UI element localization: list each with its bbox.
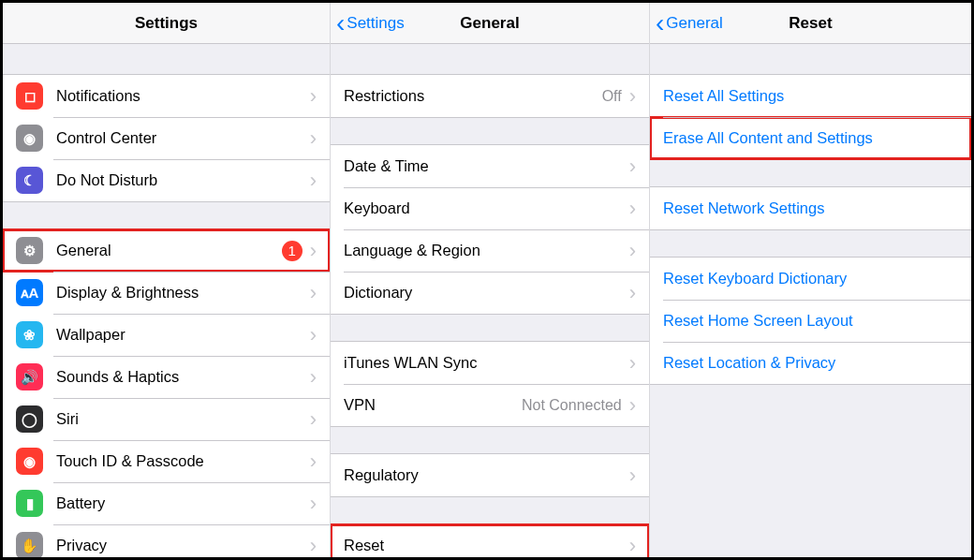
cell-label: Language & Region xyxy=(344,242,629,259)
display-icon: ᴀA xyxy=(16,279,43,306)
row-restrictions[interactable]: RestrictionsOff› xyxy=(331,75,649,117)
row-general[interactable]: ⚙General1› xyxy=(3,229,330,272)
reset-panel: ‹ General Reset Reset All SettingsErase … xyxy=(650,3,971,557)
row-reset[interactable]: Reset› xyxy=(331,524,649,557)
cell-label: Battery xyxy=(56,494,310,512)
chevron-right-icon: › xyxy=(310,86,317,107)
cell-label: Control Center xyxy=(56,129,310,147)
cell-detail: Not Connected xyxy=(522,397,622,414)
do-not-disturb-icon: ☾ xyxy=(16,167,43,194)
cell-label: Display & Brightness xyxy=(56,284,310,302)
cell-label: Sounds & Haptics xyxy=(56,368,310,386)
chevron-right-icon: › xyxy=(629,86,636,107)
row-vpn[interactable]: VPNNot Connected› xyxy=(331,384,649,426)
cell-label: Siri xyxy=(56,410,310,428)
general-icon: ⚙ xyxy=(16,237,43,264)
row-siri[interactable]: ◯Siri› xyxy=(3,398,330,440)
row-reset-all-settings[interactable]: Reset All Settings xyxy=(650,75,971,117)
row-reset-keyboard-dictionary[interactable]: Reset Keyboard Dictionary xyxy=(650,258,971,300)
chevron-right-icon: › xyxy=(310,409,317,430)
row-do-not-disturb[interactable]: ☾Do Not Disturb› xyxy=(3,159,330,201)
cell-label: Reset Home Screen Layout xyxy=(663,312,958,330)
general-navbar: ‹ Settings General xyxy=(331,3,649,44)
row-reset-network-settings[interactable]: Reset Network Settings xyxy=(650,187,971,229)
cell-label: Dictionary xyxy=(344,284,629,302)
badge: 1 xyxy=(282,241,303,261)
row-privacy[interactable]: ✋Privacy› xyxy=(3,524,330,557)
cell-label: Wallpaper xyxy=(56,326,310,344)
chevron-right-icon: › xyxy=(629,199,636,219)
row-reset-home-screen-layout[interactable]: Reset Home Screen Layout xyxy=(650,300,971,342)
chevron-right-icon: › xyxy=(629,536,636,556)
cell-label: Regulatory xyxy=(344,466,629,484)
battery-icon: ▮ xyxy=(16,490,43,517)
chevron-right-icon: › xyxy=(310,367,317,388)
cell-label: Reset Location & Privacy xyxy=(663,354,958,372)
three-panel-layout: Settings ◻︎Notifications›◉Control Center… xyxy=(0,0,974,560)
chevron-right-icon: › xyxy=(310,451,317,472)
chevron-left-icon: ‹ xyxy=(336,10,345,37)
general-panel: ‹ Settings General RestrictionsOff› Date… xyxy=(331,3,650,557)
chevron-right-icon: › xyxy=(629,283,636,303)
chevron-right-icon: › xyxy=(629,241,636,261)
cell-label: Reset Keyboard Dictionary xyxy=(663,270,958,287)
row-notifications[interactable]: ◻︎Notifications› xyxy=(3,75,330,117)
row-battery[interactable]: ▮Battery› xyxy=(3,482,330,524)
chevron-right-icon: › xyxy=(310,536,317,556)
row-sounds-haptics[interactable]: 🔊Sounds & Haptics› xyxy=(3,356,330,398)
row-display-brightness[interactable]: ᴀADisplay & Brightness› xyxy=(3,272,330,314)
chevron-right-icon: › xyxy=(310,241,317,261)
cell-label: Restrictions xyxy=(344,87,602,105)
settings-navbar: Settings xyxy=(3,3,330,44)
cell-label: iTunes WLAN Sync xyxy=(344,354,629,372)
siri-icon: ◯ xyxy=(16,405,43,433)
reset-navbar: ‹ General Reset xyxy=(650,3,971,44)
notifications-icon: ◻︎ xyxy=(16,82,43,110)
settings-panel: Settings ◻︎Notifications›◉Control Center… xyxy=(3,3,331,557)
cell-label: General xyxy=(56,242,282,259)
back-to-settings[interactable]: ‹ Settings xyxy=(331,10,405,37)
cell-label: Reset Network Settings xyxy=(663,199,958,217)
row-dictionary[interactable]: Dictionary› xyxy=(331,272,649,314)
chevron-right-icon: › xyxy=(629,395,636,416)
row-date-time[interactable]: Date & Time› xyxy=(331,145,649,187)
touchid-icon: ◉ xyxy=(16,448,43,475)
row-keyboard[interactable]: Keyboard› xyxy=(331,187,649,229)
cell-label: Notifications xyxy=(56,87,310,105)
chevron-right-icon: › xyxy=(310,494,317,514)
cell-label: Reset xyxy=(344,537,629,554)
cell-label: Date & Time xyxy=(344,157,629,175)
cell-label: Reset All Settings xyxy=(663,87,958,105)
sounds-icon: 🔊 xyxy=(16,363,43,391)
chevron-right-icon: › xyxy=(310,170,317,191)
cell-label: Do Not Disturb xyxy=(56,171,310,189)
row-language-region[interactable]: Language & Region› xyxy=(331,229,649,272)
cell-label: VPN xyxy=(344,396,522,414)
chevron-right-icon: › xyxy=(310,325,317,346)
cell-detail: Off xyxy=(602,88,622,105)
row-erase-all-content-and-settings[interactable]: Erase All Content and Settings xyxy=(650,117,971,159)
chevron-right-icon: › xyxy=(310,283,317,303)
privacy-icon: ✋ xyxy=(16,532,43,557)
chevron-right-icon: › xyxy=(629,353,636,374)
chevron-right-icon: › xyxy=(629,465,636,486)
chevron-right-icon: › xyxy=(310,128,317,149)
cell-label: Keyboard xyxy=(344,199,629,217)
settings-title: Settings xyxy=(3,14,330,33)
row-wallpaper[interactable]: ❀Wallpaper› xyxy=(3,314,330,356)
back-to-general[interactable]: ‹ General xyxy=(650,10,723,37)
control-center-icon: ◉ xyxy=(16,125,43,152)
chevron-right-icon: › xyxy=(629,156,636,177)
cell-label: Erase All Content and Settings xyxy=(663,129,958,147)
cell-label: Privacy xyxy=(56,537,310,554)
chevron-left-icon: ‹ xyxy=(656,10,664,37)
row-regulatory[interactable]: Regulatory› xyxy=(331,454,649,496)
row-itunes-wlan-sync[interactable]: iTunes WLAN Sync› xyxy=(331,342,649,384)
cell-label: Touch ID & Passcode xyxy=(56,452,310,470)
row-touch-id-passcode[interactable]: ◉Touch ID & Passcode› xyxy=(3,440,330,482)
wallpaper-icon: ❀ xyxy=(16,321,43,348)
row-reset-location-privacy[interactable]: Reset Location & Privacy xyxy=(650,342,971,384)
row-control-center[interactable]: ◉Control Center› xyxy=(3,117,330,159)
